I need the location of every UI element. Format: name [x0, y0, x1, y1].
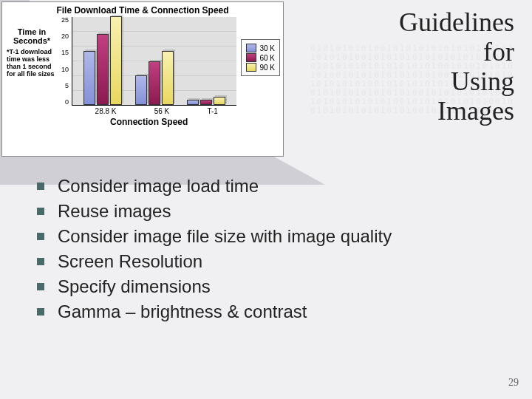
- legend-swatch-60k: [246, 53, 256, 62]
- bullet-text: Reuse images: [58, 201, 171, 222]
- list-item: Consider image file size with image qual…: [37, 226, 517, 247]
- chart-legend: 30 K 60 K 90 K: [241, 39, 280, 76]
- bullet-icon: [37, 308, 44, 316]
- bar-30k: [83, 51, 95, 105]
- page-number: 29: [508, 377, 519, 389]
- bullet-icon: [37, 183, 44, 190]
- bar-60k: [97, 34, 109, 105]
- bar-group: [83, 16, 122, 105]
- x-axis-label: Connection Speed: [61, 115, 236, 127]
- chart-figure: File Download Time & Connection Speed Ti…: [1, 1, 284, 157]
- list-item: Specify dimensions: [37, 276, 517, 297]
- legend-label: 60 K: [259, 54, 275, 62]
- bullet-text: Consider image load time: [58, 176, 259, 197]
- legend-label: 90 K: [259, 64, 275, 72]
- bullet-icon: [37, 208, 44, 215]
- list-item: Reuse images: [37, 201, 517, 222]
- legend-label: 30 K: [259, 44, 275, 52]
- list-item: Consider image load time: [37, 176, 517, 197]
- bar-60k: [200, 100, 212, 105]
- bar-90k: [110, 16, 122, 105]
- bullet-icon: [37, 233, 44, 240]
- bullet-icon: [37, 258, 44, 265]
- bar-30k: [187, 100, 199, 105]
- bullet-icon: [37, 283, 44, 290]
- list-item: Gamma – brightness & contrast: [37, 301, 517, 322]
- bullet-text: Gamma – brightness & contrast: [58, 301, 307, 322]
- x-axis-ticks: 28.8 K 56 K T-1: [61, 106, 236, 115]
- bar-90k: [162, 51, 174, 105]
- legend-swatch-90k: [246, 63, 256, 72]
- plot-area: [72, 17, 236, 106]
- bar-60k: [149, 61, 160, 105]
- y-axis-ticks: 25 20 15 10 5 0: [61, 17, 72, 106]
- bar-group: [187, 97, 225, 105]
- bar-90k: [214, 97, 225, 105]
- bullet-list: Consider image load time Reuse images Co…: [37, 171, 517, 327]
- title-line: for: [330, 37, 514, 66]
- bullet-text: Consider image file size with image qual…: [58, 226, 392, 247]
- bar-30k: [135, 75, 147, 105]
- title-line: Images: [330, 96, 514, 126]
- bullet-text: Screen Resolution: [58, 251, 202, 272]
- list-item: Screen Resolution: [37, 251, 517, 272]
- title-line: Guidelines: [330, 7, 514, 37]
- legend-swatch-30k: [246, 44, 256, 52]
- chart-title: File Download Time & Connection Speed: [2, 5, 283, 16]
- bullet-text: Specify dimensions: [58, 276, 211, 297]
- chart-footnote: *T-1 download time was less than 1 secon…: [5, 45, 61, 81]
- title-line: Using: [330, 66, 514, 96]
- slide-title: Guidelines for Using Images: [330, 7, 514, 126]
- bar-group: [135, 51, 174, 105]
- y-axis-label: Time in Seconds*: [5, 17, 58, 45]
